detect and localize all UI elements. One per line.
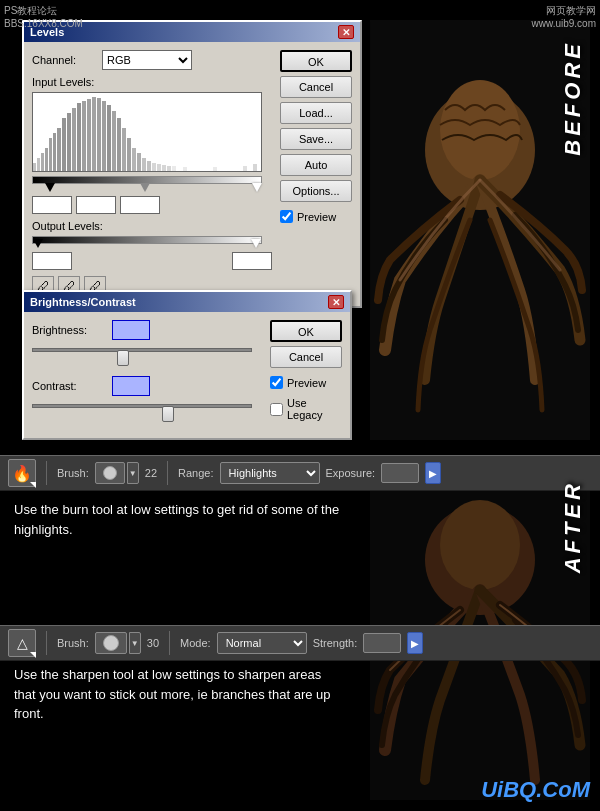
sharpen-tool-dropdown[interactable] — [30, 652, 36, 658]
bc-use-legacy-label: Use Legacy — [287, 397, 342, 421]
svg-rect-28 — [132, 148, 136, 171]
svg-rect-31 — [147, 161, 151, 171]
svg-rect-30 — [142, 158, 146, 171]
levels-dialog: Levels ✕ Channel: RGB Input Levels: — [22, 20, 362, 308]
range-label: Range: — [178, 467, 213, 479]
svg-rect-10 — [45, 148, 48, 171]
svg-rect-21 — [97, 98, 101, 171]
svg-rect-7 — [33, 163, 36, 171]
sharpen-tool-icon[interactable]: △ — [8, 629, 36, 657]
svg-rect-14 — [62, 118, 66, 171]
output-levels-label: Output Levels: — [32, 220, 272, 232]
svg-rect-12 — [53, 133, 56, 171]
svg-rect-24 — [112, 111, 116, 171]
svg-rect-38 — [213, 167, 217, 171]
strength-label: Strength: — [313, 637, 358, 649]
levels-save-button[interactable]: Save... — [280, 128, 352, 150]
burn-tool-description: Use the burn tool at low settings to get… — [14, 500, 344, 539]
before-label: BEFORE — [560, 40, 586, 156]
svg-rect-34 — [162, 165, 166, 171]
svg-rect-32 — [152, 163, 156, 171]
exposure-label: Exposure: — [326, 467, 376, 479]
svg-rect-17 — [77, 103, 81, 171]
bc-preview-label: Preview — [287, 377, 326, 389]
svg-rect-23 — [107, 105, 111, 171]
sharpen-tool-description: Use the sharpen tool at low settings to … — [14, 665, 344, 724]
input-levels-label: Input Levels: — [32, 76, 272, 88]
brush-size-1: 22 — [145, 467, 157, 479]
svg-rect-37 — [183, 167, 187, 171]
svg-rect-16 — [72, 108, 76, 171]
levels-ok-button[interactable]: OK — [280, 50, 352, 72]
range-select[interactable]: Highlights Midtones Shadows — [220, 462, 320, 484]
levels-preview-label: Preview — [297, 211, 336, 223]
levels-close-button[interactable]: ✕ — [338, 25, 354, 39]
strength-input[interactable]: 6% — [363, 633, 401, 653]
levels-auto-button[interactable]: Auto — [280, 154, 352, 176]
levels-preview-checkbox[interactable] — [280, 210, 293, 223]
bc-preview-checkbox[interactable] — [270, 376, 283, 389]
input-white-point[interactable]: 255 — [120, 196, 160, 214]
svg-rect-25 — [117, 118, 121, 171]
svg-rect-35 — [167, 166, 171, 171]
watermark-top-right: 网页教学网 www.uib9.com — [532, 4, 596, 30]
exposure-input[interactable]: 7% — [381, 463, 419, 483]
output-white-point[interactable]: 255 — [232, 252, 272, 270]
svg-rect-11 — [49, 138, 52, 171]
bc-close-button[interactable]: ✕ — [328, 295, 344, 309]
bc-use-legacy-checkbox[interactable] — [270, 403, 283, 416]
bc-ok-button[interactable]: OK — [270, 320, 342, 342]
contrast-input[interactable]: +35 — [112, 376, 150, 396]
levels-options-button[interactable]: Options... — [280, 180, 352, 202]
brightness-label: Brightness: — [32, 324, 112, 336]
levels-cancel-button[interactable]: Cancel — [280, 76, 352, 98]
svg-rect-39 — [243, 166, 247, 171]
output-black-point[interactable]: 0 — [32, 252, 72, 270]
levels-load-button[interactable]: Load... — [280, 102, 352, 124]
channel-select[interactable]: RGB — [102, 50, 192, 70]
watermark-bottom: UiBQ.CoM — [481, 777, 590, 803]
svg-point-2 — [440, 80, 520, 180]
sharpen-tool-toolbar: △ Brush: ▼ 30 Mode: Normal Luminosity St… — [0, 625, 600, 661]
before-image — [370, 20, 590, 440]
svg-rect-9 — [41, 153, 44, 171]
brush-size-2: 30 — [147, 637, 159, 649]
svg-rect-27 — [127, 138, 131, 171]
svg-rect-8 — [37, 158, 40, 171]
svg-rect-36 — [172, 166, 176, 171]
histogram — [32, 92, 262, 172]
svg-rect-18 — [82, 101, 86, 171]
input-gamma[interactable]: 0.93 — [76, 196, 116, 214]
brush-label-2: Brush: — [57, 637, 89, 649]
exposure-arrow[interactable]: ▶ — [425, 462, 441, 484]
brush-label-1: Brush: — [57, 467, 89, 479]
after-label: AFTER — [560, 480, 586, 573]
channel-label: Channel: — [32, 54, 102, 66]
bc-dialog: Brightness/Contrast ✕ Brightness: -17 Co… — [22, 290, 352, 440]
svg-rect-15 — [67, 113, 71, 171]
contrast-label: Contrast: — [32, 380, 112, 392]
bc-titlebar[interactable]: Brightness/Contrast ✕ — [24, 292, 350, 312]
input-black-point[interactable]: 15 — [32, 196, 72, 214]
svg-rect-40 — [253, 164, 257, 171]
bc-cancel-button[interactable]: Cancel — [270, 346, 342, 368]
svg-point-5 — [440, 500, 520, 590]
svg-rect-26 — [122, 128, 126, 171]
burn-tool-toolbar: 🔥 Brush: ▼ 22 Range: Highlights Midtones… — [0, 455, 600, 491]
svg-rect-33 — [157, 164, 161, 171]
bc-title: Brightness/Contrast — [30, 296, 136, 308]
svg-rect-29 — [137, 153, 141, 171]
svg-rect-22 — [102, 101, 106, 171]
brightness-input[interactable]: -17 — [112, 320, 150, 340]
svg-rect-19 — [87, 99, 91, 171]
watermark-top-left: PS教程论坛 BBS.16XX8.COM — [4, 4, 83, 30]
strength-arrow[interactable]: ▶ — [407, 632, 423, 654]
mode-label: Mode: — [180, 637, 211, 649]
svg-rect-20 — [92, 97, 96, 171]
mode-select[interactable]: Normal Luminosity — [217, 632, 307, 654]
burn-tool-icon[interactable]: 🔥 — [8, 459, 36, 487]
svg-rect-13 — [57, 128, 61, 171]
burn-tool-dropdown[interactable] — [30, 482, 36, 488]
